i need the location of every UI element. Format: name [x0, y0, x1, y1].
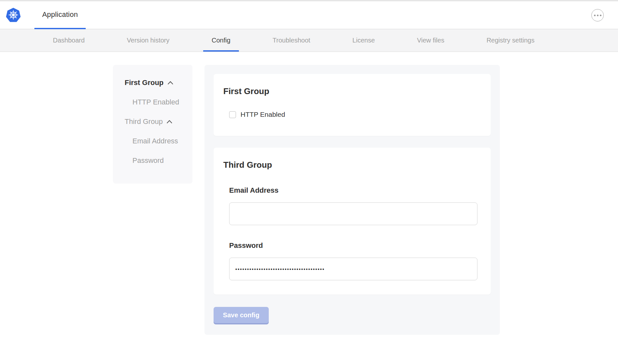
kubernetes-logo-icon	[6, 8, 21, 23]
sidebar-group-label: First Group	[125, 79, 164, 87]
password-input[interactable]	[229, 258, 477, 280]
password-label: Password	[229, 241, 481, 250]
sidebar-item-first-group[interactable]: First Group	[125, 79, 187, 87]
sidebar-group-label: Third Group	[125, 117, 163, 126]
chevron-up-icon	[167, 81, 173, 85]
sidebar-item-password[interactable]: Password	[132, 156, 187, 165]
config-group-card-first: First Group HTTP Enabled	[214, 74, 491, 136]
tab-dashboard[interactable]: Dashboard	[44, 29, 93, 52]
tab-config[interactable]: Config	[203, 29, 239, 52]
group-title: First Group	[223, 86, 481, 96]
tab-registry-settings[interactable]: Registry settings	[478, 29, 543, 52]
sidebar-item-email-address[interactable]: Email Address	[132, 137, 187, 145]
tab-troubleshoot[interactable]: Troubleshoot	[264, 29, 319, 52]
group-title: Third Group	[223, 160, 481, 170]
tab-version-history[interactable]: Version history	[118, 29, 178, 52]
config-page: First Group HTTP Enabled Third Group Ema…	[0, 52, 618, 335]
email-address-input[interactable]	[229, 202, 477, 225]
sidebar-item-third-group[interactable]: Third Group	[125, 117, 187, 126]
email-address-label: Email Address	[229, 186, 481, 195]
ellipsis-icon	[600, 15, 601, 16]
config-panel: First Group HTTP Enabled Third Group Ema…	[204, 65, 500, 335]
sidebar-item-http-enabled[interactable]: HTTP Enabled	[132, 98, 187, 106]
config-group-card-third: Third Group Email Address Password	[214, 148, 491, 295]
tab-application[interactable]: Application	[34, 1, 86, 29]
ellipsis-icon	[597, 15, 599, 16]
app-header: Application	[0, 1, 618, 29]
ellipsis-menu-button[interactable]	[591, 9, 604, 21]
save-config-button[interactable]: Save config	[214, 307, 269, 323]
chevron-up-icon	[167, 120, 172, 124]
http-enabled-label[interactable]: HTTP Enabled	[241, 111, 285, 118]
app-subnav: Dashboard Version history Config Trouble…	[0, 29, 618, 52]
config-nav-sidebar: First Group HTTP Enabled Third Group Ema…	[113, 65, 192, 184]
http-enabled-row: HTTP Enabled	[229, 111, 481, 118]
ellipsis-icon	[594, 15, 596, 16]
tab-view-files[interactable]: View files	[409, 29, 453, 52]
tab-license[interactable]: License	[344, 29, 383, 52]
http-enabled-checkbox[interactable]	[229, 111, 236, 118]
password-field-group: Password	[229, 241, 481, 280]
email-address-field-group: Email Address	[229, 186, 481, 225]
